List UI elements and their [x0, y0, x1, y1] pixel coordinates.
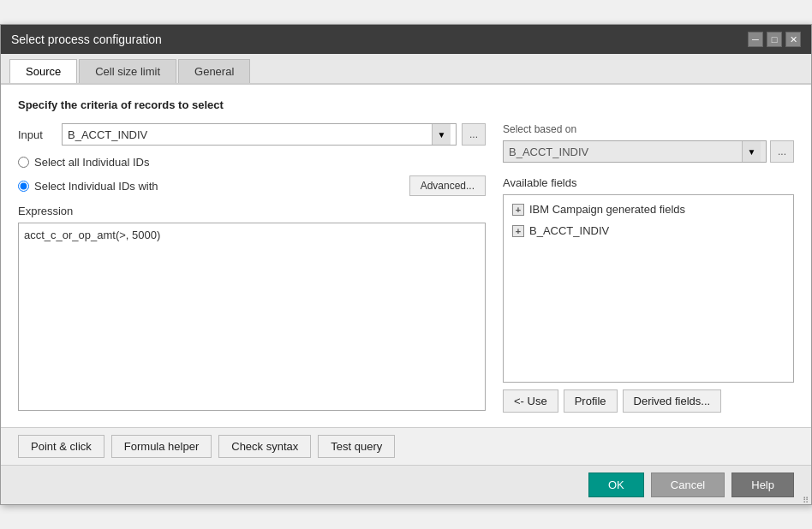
- check-syntax-button[interactable]: Check syntax: [218, 435, 311, 458]
- bottom-action-bar: Point & click Formula helper Check synta…: [1, 427, 811, 465]
- expression-textarea[interactable]: [18, 223, 486, 411]
- available-fields-label: Available fields: [503, 176, 794, 189]
- select-all-label[interactable]: Select all Individual IDs: [34, 156, 149, 169]
- field-item-bacct[interactable]: + B_ACCT_INDIV: [504, 220, 793, 241]
- dialog-title: Select process configuration: [11, 33, 162, 46]
- right-panel: Select based on B_ACCT_INDIV ▼ ... Avail…: [503, 123, 794, 413]
- bacct-expand-icon[interactable]: +: [512, 225, 524, 237]
- ok-button[interactable]: OK: [588, 473, 644, 497]
- select-with-radio-left: Select Individual IDs with: [18, 180, 158, 193]
- tab-general[interactable]: General: [178, 59, 250, 83]
- select-all-radio-row: Select all Individual IDs: [18, 156, 486, 169]
- use-button[interactable]: <- Use: [503, 389, 558, 413]
- maximize-button[interactable]: □: [767, 32, 782, 47]
- select-based-dropdown-arrow[interactable]: ▼: [742, 141, 761, 162]
- fields-box: + IBM Campaign generated fields + B_ACCT…: [503, 194, 794, 383]
- select-based-label: Select based on: [503, 123, 794, 135]
- select-based-input-container: B_ACCT_INDIV ▼: [503, 140, 767, 163]
- bacct-field-label: B_ACCT_INDIV: [529, 224, 609, 237]
- cancel-button[interactable]: Cancel: [651, 473, 725, 497]
- main-layout: Input B_ACCT_INDIV ▼ ... Select all Indi…: [18, 123, 794, 413]
- select-all-radio[interactable]: [18, 157, 29, 168]
- main-content: Specify the criteria of records to selec…: [1, 85, 811, 427]
- select-based-row: B_ACCT_INDIV ▼ ...: [503, 140, 794, 163]
- section-title: Specify the criteria of records to selec…: [18, 98, 794, 111]
- select-based-value: B_ACCT_INDIV: [509, 146, 742, 158]
- ibm-expand-icon[interactable]: +: [512, 204, 524, 216]
- input-row: Input B_ACCT_INDIV ▼ ...: [18, 123, 486, 146]
- derived-fields-button[interactable]: Derived fields...: [623, 389, 722, 413]
- right-bottom-buttons: <- Use Profile Derived fields...: [503, 389, 794, 413]
- ibm-field-label: IBM Campaign generated fields: [529, 203, 685, 216]
- resize-handle[interactable]: ⠿: [803, 496, 811, 504]
- tab-cell-size-limit[interactable]: Cell size limit: [79, 59, 176, 83]
- point-click-button[interactable]: Point & click: [18, 435, 104, 458]
- select-based-browse-button[interactable]: ...: [770, 140, 794, 163]
- input-dropdown-arrow[interactable]: ▼: [432, 124, 451, 145]
- minimize-button[interactable]: ─: [748, 32, 763, 47]
- tab-source[interactable]: Source: [9, 59, 77, 83]
- advanced-button[interactable]: Advanced...: [409, 175, 486, 196]
- select-with-label[interactable]: Select Individual IDs with: [34, 180, 158, 193]
- profile-button[interactable]: Profile: [564, 389, 618, 413]
- select-with-radio-row: Select Individual IDs with Advanced...: [18, 175, 486, 196]
- formula-helper-button[interactable]: Formula helper: [111, 435, 212, 458]
- input-select-value: B_ACCT_INDIV: [68, 128, 432, 141]
- test-query-button[interactable]: Test query: [318, 435, 395, 458]
- dialog-titlebar: Select process configuration ─ □ ✕: [1, 25, 811, 54]
- dialog-footer: OK Cancel Help: [1, 465, 811, 504]
- select-with-radio[interactable]: [18, 181, 29, 192]
- tab-bar: Source Cell size limit General: [1, 54, 811, 85]
- select-process-dialog: Select process configuration ─ □ ✕ Sourc…: [0, 24, 812, 505]
- field-item-ibm[interactable]: + IBM Campaign generated fields: [504, 199, 793, 220]
- titlebar-controls: ─ □ ✕: [748, 32, 801, 47]
- input-browse-button[interactable]: ...: [462, 123, 486, 146]
- left-panel: Input B_ACCT_INDIV ▼ ... Select all Indi…: [18, 123, 486, 413]
- expression-label: Expression: [18, 205, 486, 217]
- input-select-container: B_ACCT_INDIV ▼: [62, 123, 457, 146]
- input-label: Input: [18, 128, 57, 141]
- help-button[interactable]: Help: [731, 473, 794, 497]
- close-button[interactable]: ✕: [785, 32, 801, 47]
